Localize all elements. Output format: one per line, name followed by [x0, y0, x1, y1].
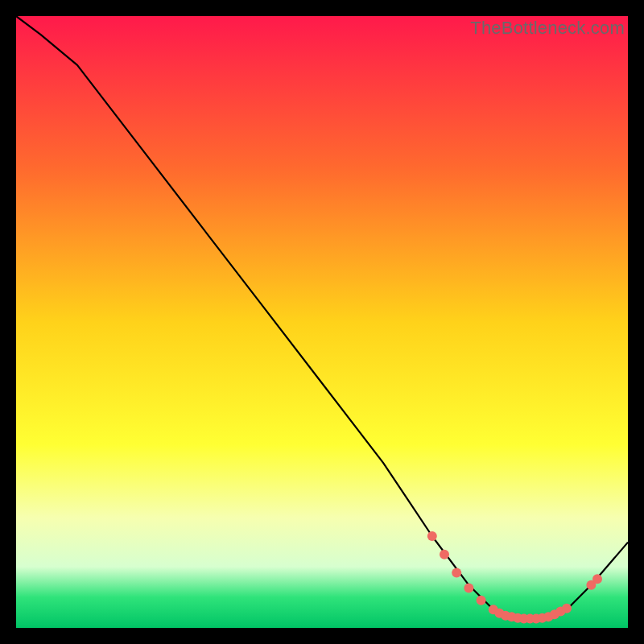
highlight-dot: [592, 574, 602, 584]
highlight-dot: [562, 604, 572, 613]
highlight-dot: [464, 584, 473, 593]
highlight-dot: [440, 550, 449, 559]
chart-canvas: [16, 16, 628, 628]
chart-background: [16, 16, 628, 628]
highlight-dot: [427, 531, 437, 541]
highlight-dot: [477, 596, 486, 605]
highlight-dot: [452, 568, 461, 578]
watermark-text: TheBottleneck.com: [470, 18, 625, 39]
chart-frame: TheBottleneck.com: [16, 16, 628, 628]
